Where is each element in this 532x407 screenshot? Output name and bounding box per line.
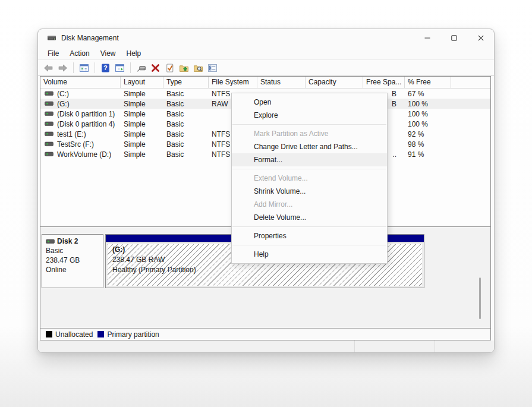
context-menu-item[interactable]: Change Drive Letter and Paths...	[232, 140, 387, 153]
console-tree-icon[interactable]	[78, 62, 90, 74]
context-menu-item[interactable]: Add Mirror...	[232, 198, 387, 211]
partition-health: Healthy (Primary Partition)	[112, 265, 422, 275]
context-menu-item-label: Change Drive Letter and Paths...	[254, 143, 358, 151]
context-menu-item[interactable]: Explore	[232, 109, 387, 122]
context-menu-item-label: Mark Partition as Active	[254, 130, 328, 138]
volume-name: (Disk 0 partition 4)	[57, 120, 115, 128]
volume-icon	[45, 141, 53, 147]
minimize-button[interactable]	[414, 29, 440, 47]
volume-type: Basic	[163, 140, 209, 149]
back-icon[interactable]	[43, 62, 54, 74]
volume-percent-free: 100 %	[405, 110, 451, 118]
menu-help[interactable]: Help	[121, 48, 147, 59]
context-menu-item-label: Add Mirror...	[254, 200, 292, 209]
details-pane-icon[interactable]	[114, 62, 125, 74]
column-header[interactable]: Status	[257, 77, 306, 88]
disk-2-label-box[interactable]: Disk 2 Basic 238.47 GB Online	[42, 234, 103, 288]
toolbar: ?	[38, 60, 494, 76]
legend-label: Primary partition	[107, 330, 159, 339]
drive-tool-icon[interactable]	[136, 62, 147, 74]
explore-folder-icon[interactable]	[193, 62, 204, 74]
volume-percent-free: 91 %	[405, 150, 451, 159]
title-bar[interactable]: Disk Management	[38, 29, 494, 47]
volume-type: Basic	[163, 130, 209, 138]
column-header[interactable]: Free Spa...	[363, 77, 405, 88]
window-controls	[414, 29, 494, 47]
menu-view[interactable]: View	[95, 48, 121, 59]
volume-icon	[45, 152, 53, 157]
column-header[interactable]: File System	[209, 77, 257, 88]
volume-name: (G:)	[57, 100, 70, 108]
volume-percent-free: 100 %	[405, 120, 451, 128]
volume-layout: Simple	[121, 150, 163, 159]
disk-type: Basic	[46, 246, 99, 255]
open-folder-icon[interactable]	[178, 62, 190, 74]
status-pane	[354, 340, 435, 353]
disk-management-app-icon	[47, 33, 56, 43]
context-menu-item[interactable]: Shrink Volume...	[232, 185, 387, 198]
volume-type: Basic	[163, 90, 209, 98]
context-menu-item-label: Help	[254, 250, 269, 258]
context-menu-item[interactable]	[232, 226, 386, 227]
window-title: Disk Management	[61, 34, 119, 42]
toolbar-separator	[130, 62, 131, 73]
help-icon[interactable]: ?	[100, 62, 111, 74]
toolbar-separator	[95, 62, 95, 73]
volume-type: Basic	[163, 120, 209, 128]
disk-size: 238.47 GB	[46, 255, 99, 265]
context-menu-item[interactable]	[232, 169, 386, 169]
maximize-button[interactable]	[440, 29, 467, 47]
context-menu-item[interactable]	[232, 124, 386, 125]
context-menu-item-label: Format...	[254, 156, 282, 164]
context-menu-item-label: Open	[254, 98, 271, 106]
context-menu-item[interactable]: Delete Volume...	[232, 211, 387, 224]
context-menu-item[interactable]: Format...	[232, 153, 387, 166]
legend-item: Primary partition	[97, 330, 159, 339]
column-header[interactable]: Volume	[40, 77, 121, 88]
volume-percent-free: 92 %	[405, 130, 451, 138]
check-document-icon[interactable]	[164, 62, 175, 74]
volume-name: (Disk 0 partition 1)	[57, 110, 115, 118]
toolbar-separator	[73, 62, 74, 73]
context-menu-item-label: Extend Volume...	[254, 174, 308, 182]
menu-action[interactable]: Action	[64, 48, 95, 59]
delete-volume-icon[interactable]	[150, 62, 161, 74]
menu-file[interactable]: File	[42, 48, 64, 59]
status-bar	[38, 340, 494, 353]
volume-layout: Simple	[121, 130, 163, 138]
legend-item: Unallocated	[46, 330, 93, 339]
context-menu-item[interactable]: Help	[232, 248, 387, 261]
volume-percent-free: 98 %	[405, 140, 451, 149]
context-menu-item[interactable]: Extend Volume...	[232, 172, 387, 185]
volume-type: Basic	[163, 150, 209, 159]
menu-bar: File Action View Help	[38, 47, 494, 60]
volume-layout: Simple	[121, 110, 163, 118]
context-menu-item-label: Delete Volume...	[254, 213, 306, 222]
status-pane	[435, 340, 494, 353]
volume-percent-free: 100 %	[405, 100, 451, 108]
column-header[interactable]: % Free	[405, 77, 451, 88]
context-menu-item[interactable]: Open	[232, 96, 387, 109]
context-menu-item[interactable]: Properties	[232, 229, 387, 242]
context-menu-item-label: Shrink Volume...	[254, 187, 306, 195]
volume-type: Basic	[163, 100, 209, 108]
volume-icon	[45, 121, 53, 127]
column-header[interactable]: Layout	[121, 77, 163, 88]
column-header[interactable]	[451, 77, 490, 88]
status-pane	[38, 340, 354, 353]
properties-list-icon[interactable]	[207, 62, 218, 74]
column-header[interactable]: Type	[163, 77, 209, 88]
volume-layout: Simple	[121, 90, 163, 98]
context-menu-item[interactable]: Mark Partition as Active	[232, 127, 387, 140]
context-menu-item[interactable]	[232, 245, 386, 245]
disk-icon	[46, 239, 55, 244]
disk-management-window: Disk Management File Action View Help	[37, 29, 495, 353]
forward-icon[interactable]	[57, 62, 68, 74]
desktop: Disk Management File Action View Help	[0, 0, 532, 407]
vertical-scrollbar-thumb[interactable]	[479, 277, 481, 319]
column-header[interactable]: Capacity	[306, 77, 363, 88]
legend-swatch	[46, 331, 52, 337]
close-icon	[477, 34, 484, 42]
close-button[interactable]	[467, 29, 494, 47]
volume-name: TestSrc (F:)	[57, 140, 94, 149]
